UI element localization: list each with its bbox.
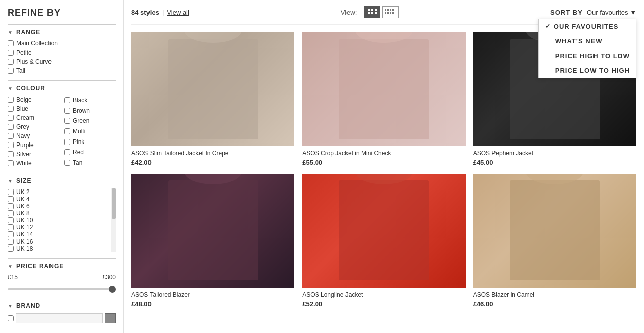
range-checkbox-main-collection[interactable]: [8, 40, 14, 46]
colour-checkbox-blue[interactable]: [8, 106, 14, 112]
product-card-1[interactable]: ASOS Slim Tailored Jacket In Crepe £42.0…: [131, 32, 294, 166]
sort-option-label: Price high to low: [555, 52, 630, 60]
product-image-5: [302, 174, 465, 288]
product-card-4[interactable]: ASOS Tailored Blazer £48.00: [131, 174, 294, 308]
size-item-uk8[interactable]: UK 8: [8, 210, 109, 217]
colour-checkbox-brown[interactable]: [64, 108, 70, 114]
size-item-uk6[interactable]: UK 6: [8, 203, 109, 210]
size-checkbox-uk12[interactable]: [8, 224, 14, 230]
grid-3col-icon[interactable]: [364, 6, 380, 18]
colour-item-brown[interactable]: Brown: [64, 107, 116, 115]
svg-rect-3: [368, 12, 370, 14]
view-all-link[interactable]: View all: [167, 9, 189, 16]
brand-checkbox[interactable]: [8, 315, 14, 321]
colour-item-label: Silver: [16, 151, 31, 158]
price-header[interactable]: ▼ PRICE RANGE: [8, 263, 116, 270]
range-item-petite[interactable]: Petite: [8, 49, 116, 56]
range-item-label: Main Collection: [16, 40, 58, 47]
size-item-uk10[interactable]: UK 10: [8, 217, 109, 224]
size-checkbox-uk8[interactable]: [8, 210, 14, 216]
colour-item-beige[interactable]: Beige: [8, 96, 59, 103]
colour-item-red[interactable]: Red: [64, 148, 116, 157]
brand-header[interactable]: ▼ BRAND: [8, 302, 116, 309]
sort-check-icon: ✓: [545, 23, 551, 30]
colour-item-black[interactable]: Black: [64, 96, 116, 105]
svg-rect-0: [368, 9, 370, 11]
colour-header[interactable]: ▼ COLOUR: [8, 85, 116, 92]
colour-checkbox-black[interactable]: [64, 97, 70, 103]
sort-option-label: What's new: [555, 37, 603, 45]
size-item-label: UK 12: [16, 224, 33, 231]
product-name-4: ASOS Tailored Blazer: [131, 291, 294, 299]
colour-item-white[interactable]: White: [8, 160, 59, 167]
sort-option-label: Our favourites: [554, 23, 619, 30]
colour-item-blue[interactable]: Blue: [8, 105, 59, 112]
svg-rect-9: [392, 9, 394, 11]
colour-checkbox-white[interactable]: [8, 160, 14, 166]
size-item-uk16[interactable]: UK 16: [8, 238, 109, 245]
colour-checkbox-multi[interactable]: [64, 128, 70, 134]
colour-checkbox-cream[interactable]: [8, 115, 14, 121]
range-checkbox-tall[interactable]: [8, 68, 14, 74]
size-list: UK 2 UK 4 UK 6 UK 8: [8, 188, 109, 252]
range-item-plus-curve[interactable]: Plus & Curve: [8, 58, 116, 65]
colour-checkbox-beige[interactable]: [8, 97, 14, 103]
range-checkbox-plus-curve[interactable]: [8, 59, 14, 65]
colour-item-navy[interactable]: Navy: [8, 132, 59, 139]
sort-selected[interactable]: Our favourites ▼: [587, 9, 636, 16]
colour-section: ▼ COLOUR Beige Blue Cream: [8, 85, 116, 167]
range-item-tall[interactable]: Tall: [8, 67, 116, 74]
size-item-uk18[interactable]: UK 18: [8, 245, 109, 252]
refine-title: REFINE BY: [8, 8, 116, 18]
colour-item-tan[interactable]: Tan: [64, 158, 116, 167]
size-item-uk4[interactable]: UK 4: [8, 196, 109, 203]
product-card-2[interactable]: ASOS Crop Jacket in Mini Check £55.00: [302, 32, 465, 166]
colour-item-grey[interactable]: Grey: [8, 123, 59, 130]
product-card-5[interactable]: ASOS Longline Jacket £52.00: [302, 174, 465, 308]
colour-checkbox-green[interactable]: [64, 118, 70, 124]
colour-item-silver[interactable]: Silver: [8, 151, 59, 158]
size-checkbox-uk2[interactable]: [8, 189, 14, 195]
sort-option-price-low[interactable]: Price low to high: [539, 63, 636, 78]
range-item-main-collection[interactable]: Main Collection: [8, 40, 116, 47]
sort-option-new[interactable]: What's new: [539, 34, 636, 49]
colour-checkbox-pink[interactable]: [64, 139, 70, 145]
size-checkbox-uk6[interactable]: [8, 203, 14, 209]
size-item-uk2[interactable]: UK 2: [8, 188, 109, 196]
colour-checkbox-silver[interactable]: [8, 151, 14, 157]
colour-checkbox-grey[interactable]: [8, 124, 14, 130]
product-image-2: [302, 32, 465, 146]
size-header[interactable]: ▼ SIZE: [8, 177, 116, 184]
brand-input-button[interactable]: [105, 313, 116, 323]
colour-item-cream[interactable]: Cream: [8, 114, 59, 121]
size-checkbox-uk14[interactable]: [8, 231, 14, 237]
colour-checkbox-red[interactable]: [64, 149, 70, 155]
range-section: ▼ RANGE Main Collection Petite Plus & Cu…: [8, 29, 116, 74]
sort-option-price-high[interactable]: Price high to low: [539, 49, 636, 63]
price-range-slider[interactable]: [8, 288, 116, 290]
colour-left-list: Beige Blue Cream Grey: [8, 96, 59, 167]
product-card-6[interactable]: ASOS Blazer in Camel £46.00: [473, 174, 636, 308]
range-checkbox-petite[interactable]: [8, 50, 14, 56]
range-header[interactable]: ▼ RANGE: [8, 29, 116, 36]
svg-rect-8: [390, 9, 391, 11]
colour-item-multi[interactable]: Multi: [64, 127, 116, 136]
size-item-uk14[interactable]: UK 14: [8, 231, 109, 238]
size-checkbox-uk18[interactable]: [8, 246, 14, 252]
colour-item-label: Red: [73, 149, 84, 156]
colour-item-green[interactable]: Green: [64, 117, 116, 125]
sort-option-favourites[interactable]: ✓ Our favourites: [539, 19, 636, 34]
size-checkbox-uk4[interactable]: [8, 196, 14, 202]
colour-checkbox-navy[interactable]: [8, 133, 14, 139]
colour-item-label: Black: [73, 97, 87, 104]
colour-checkbox-tan[interactable]: [64, 160, 70, 166]
size-item-uk12[interactable]: UK 12: [8, 224, 109, 231]
brand-input-placeholder[interactable]: [16, 313, 103, 323]
colour-item-pink[interactable]: Pink: [64, 137, 116, 146]
colour-checkbox-purple[interactable]: [8, 142, 14, 148]
grid-4col-icon[interactable]: [382, 6, 399, 18]
size-checkbox-uk16[interactable]: [8, 239, 14, 245]
size-scrollbar[interactable]: [111, 188, 116, 252]
colour-item-purple[interactable]: Purple: [8, 141, 59, 149]
size-checkbox-uk10[interactable]: [8, 217, 14, 223]
